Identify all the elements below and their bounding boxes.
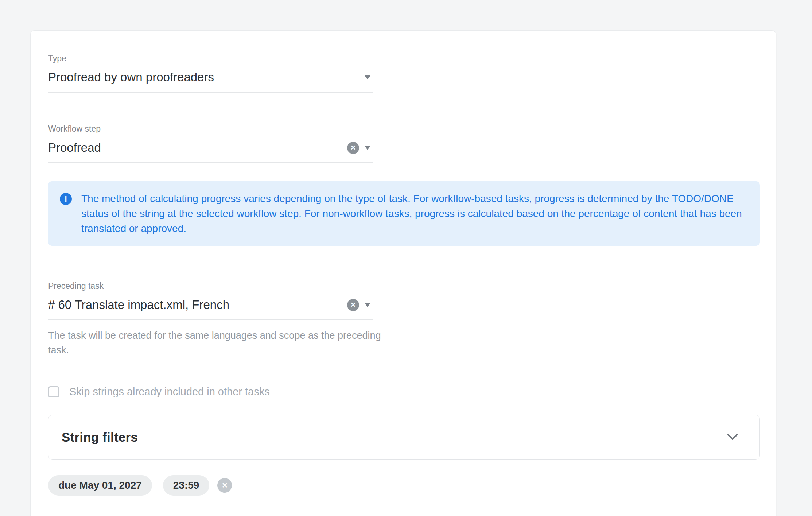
progress-info-text: The method of calculating progress varie… bbox=[81, 191, 742, 236]
due-chips-row: due May 01, 2027 23:59 ✕ bbox=[48, 475, 760, 496]
clear-icon: ✕ bbox=[350, 301, 356, 309]
preceding-task-label: Preceding task bbox=[48, 281, 373, 291]
skip-strings-checkbox[interactable] bbox=[48, 386, 59, 397]
remove-circle-icon: ✕ bbox=[222, 481, 228, 490]
preceding-task-clear-button[interactable]: ✕ bbox=[347, 299, 359, 311]
remove-due-date-button[interactable]: ✕ bbox=[217, 478, 232, 493]
type-select[interactable]: Type Proofread by own proofreaders bbox=[48, 53, 373, 93]
caret-down-icon bbox=[365, 146, 370, 150]
type-label: Type bbox=[48, 53, 373, 63]
clear-icon: ✕ bbox=[350, 144, 356, 152]
preceding-task-value: # 60 Translate impact.xml, French bbox=[48, 298, 347, 312]
type-value: Proofread by own proofreaders bbox=[48, 70, 365, 85]
preceding-task-select[interactable]: Preceding task # 60 Translate impact.xml… bbox=[48, 281, 373, 320]
caret-down-icon bbox=[365, 75, 370, 79]
workflow-step-select[interactable]: Workflow step Proofread ✕ bbox=[48, 124, 373, 163]
chevron-down-icon bbox=[727, 434, 738, 441]
string-filters-toggle[interactable]: String filters bbox=[48, 415, 760, 460]
task-settings-card: Type Proofread by own proofreaders Workf… bbox=[30, 30, 776, 516]
preceding-task-helper-text: The task will be created for the same la… bbox=[48, 328, 389, 357]
workflow-step-value: Proofread bbox=[48, 140, 347, 155]
progress-info-banner: i The method of calculating progress var… bbox=[48, 181, 760, 246]
skip-strings-label: Skip strings already included in other t… bbox=[69, 386, 270, 398]
workflow-step-clear-button[interactable]: ✕ bbox=[347, 142, 359, 154]
info-icon: i bbox=[60, 193, 72, 205]
workflow-step-label: Workflow step bbox=[48, 124, 373, 134]
skip-strings-row: Skip strings already included in other t… bbox=[48, 386, 760, 398]
string-filters-title: String filters bbox=[62, 430, 138, 445]
caret-down-icon bbox=[365, 303, 370, 307]
due-time-chip[interactable]: 23:59 bbox=[163, 475, 210, 496]
due-date-chip[interactable]: due May 01, 2027 bbox=[48, 475, 152, 496]
